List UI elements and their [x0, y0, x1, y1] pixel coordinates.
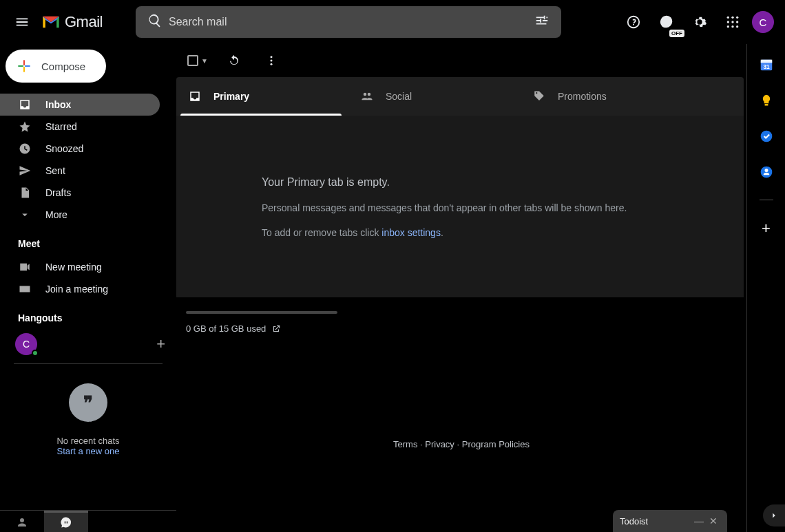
start-new-chat-link[interactable]: Start a new one — [0, 446, 176, 456]
empty-line1: Personal messages and messages that don'… — [262, 202, 744, 213]
hangouts-contacts-tab[interactable] — [0, 511, 44, 532]
storage-usage-text: 0 GB of 15 GB used — [186, 323, 266, 334]
status-badge: OFF — [669, 30, 684, 37]
tasks-addon-icon[interactable] — [758, 128, 775, 145]
tag-icon — [533, 90, 545, 103]
meet-section-title: Meet — [0, 226, 176, 256]
sidepanel-divider — [760, 200, 773, 200]
tab-promotions[interactable]: Promotions — [521, 77, 744, 116]
inbox-icon — [189, 90, 201, 103]
compose-label: Compose — [41, 61, 85, 72]
search-icon[interactable] — [141, 13, 169, 31]
todoist-popup[interactable]: Todoist — ✕ — [613, 510, 727, 532]
select-all-checkbox[interactable]: ▼ — [187, 55, 208, 66]
new-conversation-icon[interactable]: + — [156, 335, 165, 353]
svg-point-3 — [727, 21, 729, 23]
inbox-icon — [18, 98, 32, 111]
main-menu-button[interactable] — [6, 6, 39, 39]
search-options-icon[interactable] — [528, 13, 556, 31]
contacts-addon-icon[interactable] — [758, 164, 775, 180]
star-icon — [18, 120, 32, 133]
gmail-logo[interactable]: Gmail — [41, 13, 103, 31]
hangouts-chat-tab[interactable] — [44, 511, 88, 532]
keyboard-icon — [18, 283, 32, 295]
hide-sidepanel-button[interactable] — [763, 504, 785, 526]
refresh-button[interactable] — [223, 50, 245, 72]
svg-point-8 — [736, 25, 738, 28]
svg-point-6 — [727, 25, 729, 28]
tab-social[interactable]: Social — [348, 77, 521, 116]
gmail-wordmark: Gmail — [65, 13, 103, 31]
no-recent-chats-text: No recent chats — [0, 436, 176, 446]
account-avatar[interactable]: C — [752, 11, 774, 33]
hangouts-avatar[interactable]: C — [15, 333, 37, 355]
close-icon[interactable]: ✕ — [706, 515, 720, 526]
nav-new-meeting[interactable]: New meeting — [0, 256, 160, 278]
online-status-icon[interactable]: OFF — [653, 8, 680, 36]
minimize-icon[interactable]: — — [691, 515, 706, 526]
get-addons-button[interactable]: + — [762, 220, 771, 237]
nav-inbox[interactable]: Inbox — [0, 94, 160, 116]
people-icon — [361, 90, 373, 103]
compose-button[interactable]: Compose — [6, 50, 106, 83]
svg-rect-15 — [764, 104, 768, 106]
nav-sent[interactable]: Sent — [0, 160, 160, 182]
nav-snoozed[interactable]: Snoozed — [0, 138, 160, 160]
hangouts-speech-icon: ❞ — [69, 383, 107, 422]
more-options-button[interactable] — [260, 50, 282, 72]
svg-point-9 — [270, 56, 272, 58]
svg-point-4 — [731, 21, 733, 23]
svg-point-1 — [731, 17, 733, 19]
chevron-down-icon — [18, 209, 32, 221]
svg-point-2 — [736, 17, 738, 19]
draft-icon — [18, 187, 32, 199]
svg-point-7 — [731, 25, 733, 28]
nav-drafts[interactable]: Drafts — [0, 182, 160, 204]
calendar-addon-icon[interactable]: 31 — [758, 56, 775, 73]
search-bar[interactable] — [136, 6, 561, 38]
inbox-settings-link[interactable]: inbox settings — [381, 227, 441, 238]
tab-primary[interactable]: Primary — [176, 77, 348, 116]
svg-rect-13 — [760, 60, 772, 63]
svg-point-11 — [270, 63, 272, 65]
send-icon — [18, 164, 32, 177]
svg-point-5 — [736, 21, 738, 23]
plus-icon — [15, 57, 33, 75]
open-in-new-icon[interactable] — [271, 324, 281, 334]
clock-icon — [18, 142, 32, 155]
presence-dot — [32, 350, 39, 357]
todoist-title: Todoist — [620, 516, 648, 526]
empty-line2: To add or remove tabs click inbox settin… — [262, 227, 744, 238]
svg-point-10 — [270, 60, 272, 62]
footer-links[interactable]: Terms · Privacy · Program Policies — [393, 439, 530, 449]
hangouts-section-title: Hangouts — [0, 300, 176, 330]
svg-point-16 — [760, 131, 772, 142]
keep-addon-icon[interactable] — [758, 92, 775, 109]
support-icon[interactable] — [620, 8, 647, 36]
google-apps-icon[interactable] — [719, 8, 746, 36]
storage-usage-bar[interactable] — [186, 311, 337, 314]
settings-icon[interactable] — [686, 8, 713, 36]
nav-starred[interactable]: Starred — [0, 116, 160, 138]
divider — [14, 363, 163, 364]
video-icon — [18, 261, 32, 273]
empty-heading: Your Primary tab is empty. — [262, 176, 744, 189]
search-input[interactable] — [169, 16, 528, 28]
svg-text:31: 31 — [763, 64, 770, 70]
nav-join-meeting[interactable]: Join a meeting — [0, 278, 160, 300]
nav-more[interactable]: More — [0, 204, 160, 226]
svg-point-0 — [727, 17, 729, 19]
